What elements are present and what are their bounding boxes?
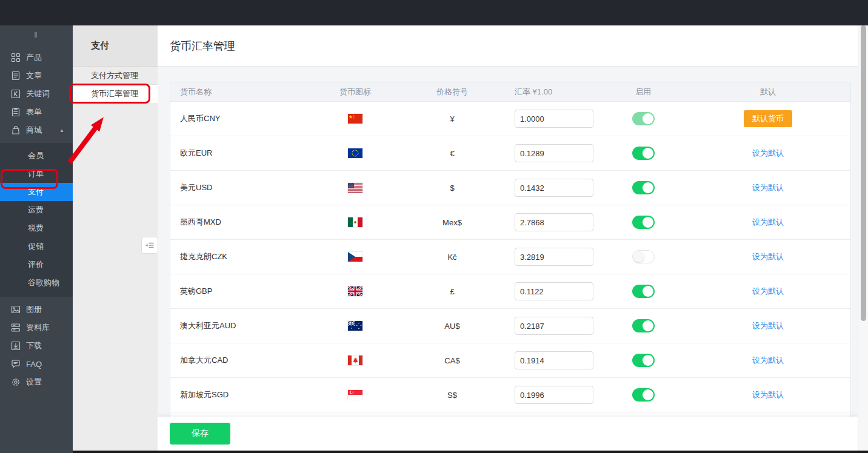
library-icon bbox=[11, 323, 21, 332]
enable-toggle[interactable] bbox=[632, 285, 655, 298]
sidebar-item-label: 设置 bbox=[26, 377, 42, 388]
flag-us-icon bbox=[348, 183, 362, 193]
sidebar: ‖ 产品文章关键词表单商城▲ 会员订单支付运费税费促销评价谷歌购物 图册资料库下… bbox=[0, 25, 73, 453]
rate-input[interactable] bbox=[515, 248, 593, 266]
enable-toggle[interactable] bbox=[632, 112, 655, 125]
scrollbar-thumb[interactable] bbox=[861, 25, 866, 321]
flag-au-icon bbox=[348, 321, 362, 331]
page-scrollbar[interactable] bbox=[858, 25, 868, 453]
sidebar-item-article[interactable]: 文章 bbox=[0, 67, 73, 85]
main-content: 货币汇率管理 货币名称货币图标价格符号汇率 ¥1.00启用默认 人民币CNY ¥… bbox=[158, 25, 858, 453]
submenu-item[interactable]: 促销 bbox=[0, 237, 73, 256]
currency-symbol: Kč bbox=[395, 253, 510, 262]
flag-sg-icon bbox=[348, 390, 362, 400]
window-bottom-edge bbox=[73, 451, 868, 453]
set-default-link[interactable]: 设为默认 bbox=[752, 217, 784, 228]
panel-collapse-button[interactable] bbox=[141, 237, 158, 254]
page-header: 货币汇率管理 bbox=[158, 25, 858, 67]
sidebar-item-grid[interactable]: 产品 bbox=[0, 48, 73, 67]
enable-toggle[interactable] bbox=[632, 250, 655, 263]
rate-input[interactable] bbox=[515, 282, 593, 300]
table-row: 澳大利亚元AUD AU$ 设为默认 bbox=[170, 309, 850, 343]
sidebar-item-label: 商城 bbox=[26, 125, 42, 136]
enable-toggle[interactable] bbox=[632, 181, 655, 194]
enable-toggle[interactable] bbox=[632, 319, 655, 332]
table-row: 人民币CNY ¥ 默认货币 bbox=[170, 102, 850, 136]
sidebar-item-keyword[interactable]: 关键词 bbox=[0, 85, 73, 103]
set-default-link[interactable]: 设为默认 bbox=[752, 389, 784, 400]
enable-toggle[interactable] bbox=[632, 354, 655, 367]
rate-input[interactable] bbox=[515, 386, 593, 404]
collapse-panel-icon bbox=[145, 240, 155, 250]
submenu-item[interactable]: 运费 bbox=[0, 201, 73, 219]
submenu-item[interactable]: 会员 bbox=[0, 147, 73, 165]
rate-input[interactable] bbox=[515, 351, 593, 369]
table-row: 墨西哥MXD Mex$ 设为默认 bbox=[170, 205, 850, 240]
enable-toggle[interactable] bbox=[632, 388, 655, 402]
topbar bbox=[0, 0, 868, 25]
set-default-link[interactable]: 设为默认 bbox=[752, 148, 784, 159]
save-button[interactable]: 保存 bbox=[170, 423, 230, 445]
sidebar-item-form[interactable]: 表单 bbox=[0, 103, 73, 121]
enable-toggle[interactable] bbox=[632, 216, 655, 229]
sidebar-item-album[interactable]: 图册 bbox=[0, 300, 73, 319]
sidebar-item-mall[interactable]: 商城▲ bbox=[0, 121, 73, 139]
set-default-link[interactable]: 设为默认 bbox=[752, 320, 784, 331]
sidebar-item-settings[interactable]: 设置 bbox=[0, 373, 73, 391]
flag-gb-icon bbox=[348, 286, 362, 296]
sidebar-item-label: 产品 bbox=[26, 52, 42, 63]
rate-input[interactable] bbox=[515, 317, 593, 335]
album-icon bbox=[11, 305, 21, 314]
panel-item[interactable]: 支付方式管理 bbox=[73, 67, 158, 85]
submenu-item[interactable]: 评价 bbox=[0, 256, 73, 274]
column-header: 默认 bbox=[686, 87, 850, 98]
sidebar-collapse-button[interactable]: ‖ bbox=[0, 25, 73, 44]
table-row: 捷克克朗CZK Kč 设为默认 bbox=[170, 240, 850, 274]
faq-icon bbox=[11, 359, 21, 369]
panel-title: 支付 bbox=[73, 25, 158, 67]
set-default-link[interactable]: 设为默认 bbox=[752, 251, 784, 262]
currency-name: 加拿大元CAD bbox=[170, 355, 316, 366]
currency-symbol: AU$ bbox=[395, 322, 510, 331]
sidebar-item-label: 下载 bbox=[26, 340, 42, 351]
table-row: 欧元EUR € 设为默认 bbox=[170, 136, 850, 171]
sidebar-item-download[interactable]: 下载 bbox=[0, 337, 73, 355]
table-row: 英镑GBP £ 设为默认 bbox=[170, 274, 850, 309]
enable-toggle[interactable] bbox=[632, 147, 655, 160]
sidebar-item-faq[interactable]: FAQ bbox=[0, 355, 73, 373]
rate-input[interactable] bbox=[515, 213, 593, 231]
rate-input[interactable] bbox=[515, 144, 593, 162]
set-default-link[interactable]: 设为默认 bbox=[752, 355, 784, 366]
table-row: 加拿大元CAD CA$ 设为默认 bbox=[170, 343, 850, 378]
rate-input[interactable] bbox=[515, 179, 593, 197]
page-title: 货币汇率管理 bbox=[158, 25, 858, 67]
flag-eu-icon bbox=[348, 148, 362, 158]
flag-ca-icon bbox=[348, 355, 362, 365]
app-window: 领动 demo ▼ ‖ 产品文章关键词表单商城▲ 会员订单支付运费税费促销评价谷… bbox=[0, 0, 868, 453]
table-row: 新加坡元SGD S$ 设为默认 bbox=[170, 378, 850, 412]
sidebar-item-label: 表单 bbox=[26, 107, 42, 117]
currency-symbol: CA$ bbox=[395, 356, 510, 365]
currency-name: 欧元EUR bbox=[170, 148, 316, 159]
set-default-link[interactable]: 设为默认 bbox=[752, 286, 784, 297]
sidebar-item-library[interactable]: 资料库 bbox=[0, 319, 73, 337]
submenu-item[interactable]: 谷歌购物 bbox=[0, 274, 73, 292]
collapse-bars-icon: ‖ bbox=[34, 30, 38, 39]
default-currency-button[interactable]: 默认货币 bbox=[744, 110, 792, 127]
sidebar-item-label: 资料库 bbox=[26, 322, 50, 333]
submenu-item[interactable]: 支付 bbox=[0, 183, 73, 201]
currency-symbol: Mex$ bbox=[395, 218, 510, 227]
set-default-link[interactable]: 设为默认 bbox=[752, 182, 784, 193]
rate-input[interactable] bbox=[515, 110, 593, 128]
submenu-item[interactable]: 税费 bbox=[0, 219, 73, 237]
grid-icon bbox=[11, 53, 21, 62]
currency-name: 墨西哥MXD bbox=[170, 217, 316, 228]
save-footer: 保存 bbox=[158, 417, 858, 451]
column-header: 货币图标 bbox=[316, 87, 395, 98]
panel-item[interactable]: 货币汇率管理 bbox=[73, 85, 158, 103]
flag-cn-icon bbox=[348, 114, 362, 124]
mall-icon bbox=[11, 125, 21, 135]
currency-symbol: $ bbox=[395, 184, 510, 193]
sidebar-item-label: 图册 bbox=[26, 304, 42, 315]
submenu-item[interactable]: 订单 bbox=[0, 165, 73, 183]
